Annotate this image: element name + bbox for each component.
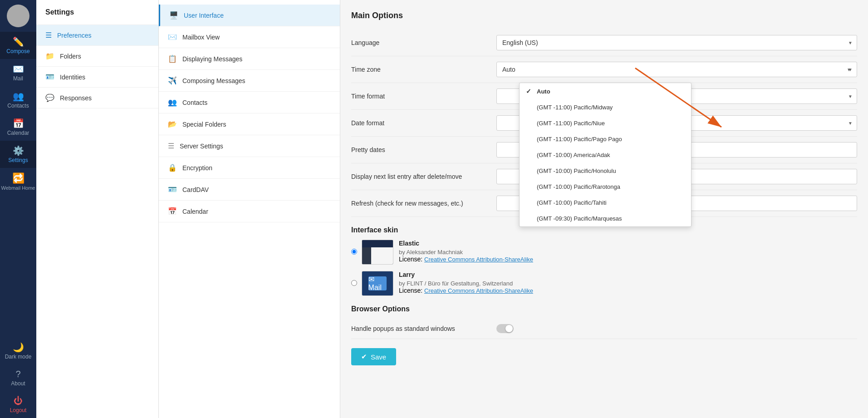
settings-title: Settings	[36, 0, 158, 25]
contacts-sub-icon: 👥	[168, 98, 177, 107]
user-interface-icon: 🖥️	[169, 11, 178, 20]
larry-skin-radio[interactable]	[351, 280, 357, 286]
larry-skin-name: Larry	[399, 271, 857, 278]
tz-option-pacific-tahiti[interactable]: (GMT -10:00) Pacific/Tahiti	[520, 195, 691, 211]
display-next-label: Display next list entry after delete/mov…	[351, 173, 496, 180]
sub-panel: 🖥️ User Interface ✉️ Mailbox View 📋 Disp…	[159, 0, 340, 418]
special-folders-icon: 📂	[168, 120, 177, 128]
composing-messages-icon: ✈️	[168, 76, 177, 85]
sub-item-encryption[interactable]: 🔒 Encryption	[159, 157, 340, 179]
larry-mail-icon: ✉ Mail	[368, 275, 387, 292]
timezone-control: Auto ▼	[496, 62, 857, 77]
mail-icon: ✉️	[13, 64, 24, 74]
auto-check-icon: ✓	[526, 88, 532, 95]
sub-item-server-settings[interactable]: ☰ Server Settings	[159, 135, 340, 157]
nav-label-webmail: Webmail Home	[1, 185, 35, 191]
tz-pacific-rarotonga-label: (GMT -10:00) Pacific/Rarotonga	[537, 183, 620, 190]
tz-option-america-adak[interactable]: (GMT -10:00) America/Adak	[520, 147, 691, 163]
question-icon: ?	[15, 369, 20, 379]
tz-option-pacific-niue[interactable]: (GMT -11:00) Pacific/Niue	[520, 115, 691, 131]
save-button-label: Save	[371, 353, 386, 361]
elastic-skin-radio[interactable]	[351, 249, 357, 255]
nav-item-contacts[interactable]: 👥 Contacts	[0, 86, 36, 113]
sub-label-carddav: CardDAV	[182, 186, 209, 193]
menu-item-responses[interactable]: 💬 Responses	[36, 88, 158, 108]
menu-item-identities[interactable]: 🪪 Identities	[36, 67, 158, 88]
tz-option-pacific-pago[interactable]: (GMT -11:00) Pacific/Pago Pago	[520, 131, 691, 147]
timezone-dropdown: ✓ Auto (GMT -11:00) Pacific/Midway (GMT …	[519, 83, 691, 227]
nav-label-compose: Compose	[6, 48, 29, 54]
popups-label: Handle popups as standard windows	[351, 325, 496, 332]
larry-skin-thumbnail: ✉ Mail	[362, 271, 393, 296]
larry-skin-license: License: Creative Commons Attribution-Sh…	[399, 287, 857, 294]
nav-label-about: About	[11, 380, 25, 387]
avatar	[7, 5, 29, 27]
nav-label-calendar: Calendar	[7, 130, 29, 136]
larry-skin-option: ✉ Mail Larry by FLINT / Büro für Gestalt…	[351, 271, 857, 296]
nav-label-darkmode: Dark mode	[5, 354, 32, 360]
tz-pacific-honolulu-label: (GMT -10:00) Pacific/Honolulu	[537, 167, 616, 174]
menu-label-folders: Folders	[60, 53, 81, 60]
sub-label-displaying-messages: Displaying Messages	[182, 55, 242, 63]
sub-item-user-interface[interactable]: 🖥️ User Interface	[159, 5, 340, 26]
mailbox-view-icon: ✉️	[168, 33, 177, 41]
nav-item-settings[interactable]: ⚙️ Settings	[0, 141, 36, 168]
nav-label-logout: Logout	[10, 407, 27, 413]
tz-option-auto[interactable]: ✓ Auto	[520, 83, 691, 99]
nav-item-darkmode[interactable]: 🌙 Dark mode	[0, 337, 36, 364]
folders-icon: 📁	[45, 52, 54, 60]
timezone-row: Time zone Auto ▼	[351, 56, 857, 83]
sub-item-special-folders[interactable]: 📂 Special Folders	[159, 113, 340, 135]
timezone-select[interactable]: Auto ▼	[496, 62, 857, 77]
elastic-license-text: License:	[399, 256, 422, 263]
nav-item-webmail[interactable]: 🔁 Webmail Home	[0, 168, 36, 195]
app-nav: ✏️ Compose ✉️ Mail 👥 Contacts 📅 Calendar…	[0, 0, 36, 418]
displaying-messages-icon: 📋	[168, 54, 177, 63]
sub-item-displaying-messages[interactable]: 📋 Displaying Messages	[159, 48, 340, 70]
sub-item-mailbox-view[interactable]: ✉️ Mailbox View	[159, 26, 340, 48]
carddav-icon: 🪪	[168, 185, 177, 194]
sub-label-contacts: Contacts	[182, 99, 207, 106]
browser-options-title: Browser Options	[351, 305, 857, 313]
contacts-icon: 👥	[13, 91, 24, 102]
larry-skin-author: by FLINT / Büro für Gestaltung, Switzerl…	[399, 280, 857, 287]
menu-item-folders[interactable]: 📁 Folders	[36, 46, 158, 67]
calendar-icon: 📅	[13, 118, 24, 129]
nav-item-logout[interactable]: ⏻ Logout	[0, 391, 36, 418]
identities-icon: 🪪	[45, 73, 54, 81]
settings-icon: ⚙️	[13, 145, 24, 156]
elastic-skin-info: Elastic by Aleksander Machniak License: …	[399, 240, 857, 263]
save-button[interactable]: ✔ Save	[351, 348, 396, 365]
tz-option-pacific-midway[interactable]: (GMT -11:00) Pacific/Midway	[520, 99, 691, 115]
tz-option-pacific-rarotonga[interactable]: (GMT -10:00) Pacific/Rarotonga	[520, 179, 691, 195]
sub-item-composing-messages[interactable]: ✈️ Composing Messages	[159, 70, 340, 92]
main-content: Main Options Language English (US) Time …	[340, 0, 868, 418]
pretty-dates-label: Pretty dates	[351, 146, 496, 153]
sub-item-contacts[interactable]: 👥 Contacts	[159, 92, 340, 113]
elastic-skin-license: License: Creative Commons Attribution-Sh…	[399, 256, 857, 263]
sub-label-mailbox-view: Mailbox View	[182, 34, 220, 41]
elastic-skin-thumbnail	[362, 240, 393, 265]
popups-control	[496, 324, 857, 333]
nav-label-mail: Mail	[13, 75, 23, 82]
sub-item-carddav[interactable]: 🪪 CardDAV	[159, 179, 340, 201]
sub-label-encryption: Encryption	[182, 164, 212, 172]
nav-item-compose[interactable]: ✏️ Compose	[0, 32, 36, 59]
timezone-label: Time zone	[351, 66, 496, 73]
nav-item-about[interactable]: ? About	[0, 364, 36, 391]
nav-item-mail[interactable]: ✉️ Mail	[0, 59, 36, 86]
language-select[interactable]: English (US)	[496, 35, 857, 50]
elastic-license-link[interactable]: Creative Commons Attribution-ShareAlike	[424, 256, 533, 263]
menu-item-preferences[interactable]: ☰ Preferences	[36, 25, 158, 46]
larry-license-link[interactable]: Creative Commons Attribution-ShareAlike	[424, 287, 533, 294]
nav-item-calendar[interactable]: 📅 Calendar	[0, 113, 36, 141]
elastic-thumb-top	[362, 240, 393, 247]
timezone-value: Auto	[502, 66, 515, 73]
tz-option-pacific-marquesas[interactable]: (GMT -09:30) Pacific/Marquesas	[520, 211, 691, 226]
sub-label-special-folders: Special Folders	[182, 121, 226, 128]
popups-toggle[interactable]	[496, 324, 514, 333]
menu-label-preferences: Preferences	[57, 32, 91, 39]
sub-item-calendar[interactable]: 📅 Calendar	[159, 201, 340, 222]
tz-auto-label: Auto	[537, 88, 550, 95]
tz-option-pacific-honolulu[interactable]: (GMT -10:00) Pacific/Honolulu	[520, 163, 691, 179]
